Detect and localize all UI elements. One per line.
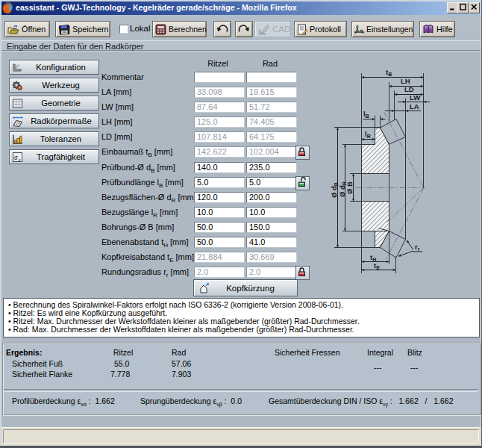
svg-text:tE: tE <box>374 261 380 270</box>
svg-text:lB: lB <box>363 110 369 119</box>
svg-text:tH: tH <box>370 253 376 262</box>
svg-text:LD: LD <box>404 85 414 93</box>
svg-text:lR: lR <box>365 130 371 139</box>
svg-text:rr: rr <box>415 243 420 252</box>
svg-text:Ø B: Ø B <box>345 181 354 194</box>
svg-text:tB: tB <box>386 68 392 77</box>
svg-text:LA: LA <box>410 102 419 111</box>
svg-text:LH: LH <box>401 77 410 85</box>
svg-text:LW: LW <box>410 93 420 102</box>
